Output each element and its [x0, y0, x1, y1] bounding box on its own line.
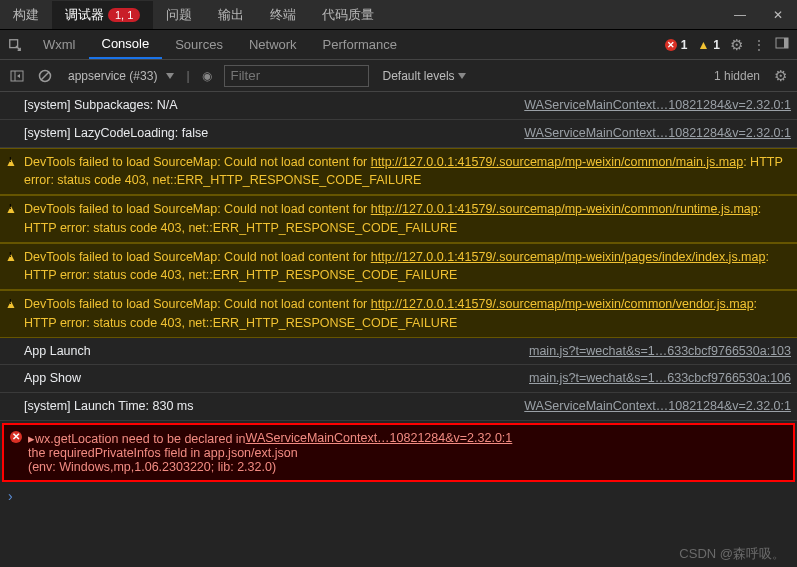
console-output: [system] Subpackages: N/AWAServiceMainCo… — [0, 92, 797, 567]
warn-count-badge[interactable]: ▲1 — [697, 38, 720, 52]
console-log-row: App Showmain.js?t=wechat&s=1…633cbcf9766… — [0, 365, 797, 393]
live-expression-icon[interactable]: ◉ — [196, 69, 218, 83]
sourcemap-url-link[interactable]: http://127.0.0.1:41579/.sourcemap/mp-wei… — [371, 202, 758, 216]
window-titlebar: 构建 调试器1, 1 问题 输出 终端 代码质量 — ✕ — [0, 0, 797, 30]
tab-performance[interactable]: Performance — [310, 31, 410, 58]
win-tab-quality[interactable]: 代码质量 — [309, 1, 387, 29]
devtools-tabbar: Wxml Console Sources Network Performance… — [0, 30, 797, 60]
tab-sources[interactable]: Sources — [162, 31, 236, 58]
log-message: [system] Subpackages: N/A — [24, 96, 524, 115]
clear-console-icon[interactable] — [34, 69, 56, 83]
hidden-count[interactable]: 1 hidden — [706, 69, 768, 83]
source-link[interactable]: WAServiceMainContext…10821284&v=2.32.0:1 — [524, 96, 791, 115]
tab-console[interactable]: Console — [89, 30, 163, 59]
svg-line-6 — [41, 72, 49, 80]
tab-network[interactable]: Network — [236, 31, 310, 58]
tab-wxml[interactable]: Wxml — [30, 31, 89, 58]
debug-count-badge: 1, 1 — [108, 8, 140, 22]
error-source-link[interactable]: WAServiceMainContext…10821284&v=2.32.0:1 — [246, 431, 513, 446]
error-count-badge[interactable]: ✕1 — [665, 38, 688, 52]
error-icon: ✕ — [10, 431, 22, 443]
error-message: the requiredPrivateInfos field in app.js… — [28, 446, 787, 460]
dock-icon[interactable] — [775, 37, 789, 52]
error-message: ▸wx.getLocation need to be declared in — [28, 431, 246, 446]
sidebar-toggle-icon[interactable] — [6, 70, 28, 82]
filter-input[interactable] — [224, 65, 369, 87]
log-message: [system] Launch Time: 830 ms — [24, 397, 524, 416]
win-tab-terminal[interactable]: 终端 — [257, 1, 309, 29]
levels-dropdown[interactable]: Default levels — [375, 69, 474, 83]
sourcemap-url-link[interactable]: http://127.0.0.1:41579/.sourcemap/mp-wei… — [371, 250, 766, 264]
context-dropdown[interactable]: appservice (#33) — [62, 69, 180, 83]
log-message: DevTools failed to load SourceMap: Could… — [24, 248, 791, 286]
source-link[interactable]: main.js?t=wechat&s=1…633cbcf9766530a:106 — [529, 369, 791, 388]
log-message: DevTools failed to load SourceMap: Could… — [24, 200, 791, 238]
log-message: App Show — [24, 369, 529, 388]
inspect-icon[interactable] — [0, 30, 30, 60]
log-message: DevTools failed to load SourceMap: Could… — [24, 295, 791, 333]
source-link[interactable]: WAServiceMainContext…10821284&v=2.32.0:1 — [524, 124, 791, 143]
log-message: [system] LazyCodeLoading: false — [24, 124, 524, 143]
console-warn-row: ▲!DevTools failed to load SourceMap: Cou… — [0, 195, 797, 243]
console-warn-row: ▲!DevTools failed to load SourceMap: Cou… — [0, 148, 797, 196]
source-link[interactable]: WAServiceMainContext…10821284&v=2.32.0:1 — [524, 397, 791, 416]
error-message: (env: Windows,mp,1.06.2303220; lib: 2.32… — [28, 460, 787, 474]
error-highlighted: ✕ ▸wx.getLocation need to be declared in… — [2, 423, 795, 482]
console-log-row: [system] Launch Time: 830 msWAServiceMai… — [0, 393, 797, 421]
chevron-down-icon — [166, 73, 174, 79]
console-prompt[interactable]: › — [0, 484, 797, 508]
console-warn-row: ▲!DevTools failed to load SourceMap: Cou… — [0, 290, 797, 338]
sourcemap-url-link[interactable]: http://127.0.0.1:41579/.sourcemap/mp-wei… — [371, 297, 754, 311]
gear-icon[interactable]: ⚙ — [774, 67, 791, 85]
log-message: App Launch — [24, 342, 529, 361]
console-log-row: [system] Subpackages: N/AWAServiceMainCo… — [0, 92, 797, 120]
console-toolbar: appservice (#33) | ◉ Default levels 1 hi… — [0, 60, 797, 92]
win-tab-debugger[interactable]: 调试器1, 1 — [52, 1, 153, 29]
console-log-row: App Launchmain.js?t=wechat&s=1…633cbcf97… — [0, 338, 797, 366]
svg-rect-2 — [784, 38, 788, 48]
console-warn-row: ▲!DevTools failed to load SourceMap: Cou… — [0, 243, 797, 291]
window-minimize[interactable]: — — [721, 0, 759, 30]
win-tab-output[interactable]: 输出 — [205, 1, 257, 29]
gear-icon[interactable]: ⚙ — [730, 36, 743, 54]
chevron-down-icon — [458, 73, 466, 79]
csdn-watermark: CSDN @森呼吸。 — [679, 545, 785, 563]
more-icon[interactable]: ⋮ — [753, 38, 765, 52]
sourcemap-url-link[interactable]: http://127.0.0.1:41579/.sourcemap/mp-wei… — [371, 155, 743, 169]
win-tab-build[interactable]: 构建 — [0, 1, 52, 29]
log-message: DevTools failed to load SourceMap: Could… — [24, 153, 791, 191]
window-close[interactable]: ✕ — [759, 0, 797, 30]
console-log-row: [system] LazyCodeLoading: falseWAService… — [0, 120, 797, 148]
win-tab-issues[interactable]: 问题 — [153, 1, 205, 29]
source-link[interactable]: main.js?t=wechat&s=1…633cbcf9766530a:103 — [529, 342, 791, 361]
